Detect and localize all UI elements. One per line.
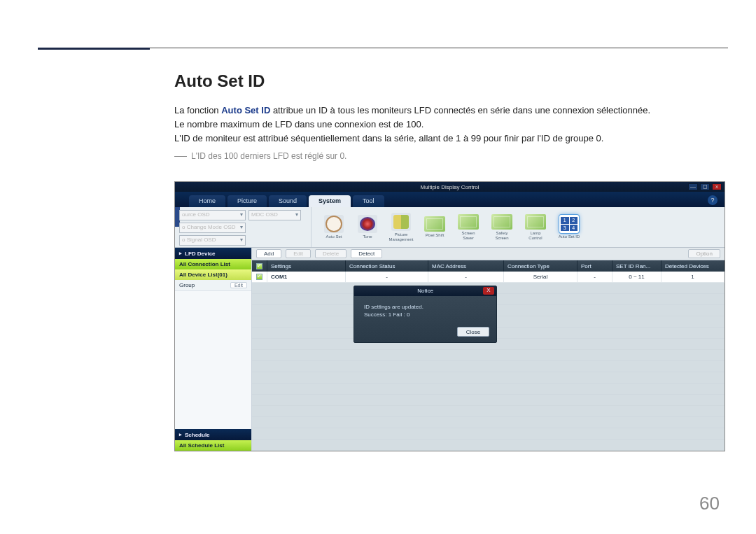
- col-conn-type[interactable]: Connection Type: [504, 260, 578, 272]
- app-tabs: Home Picture Sound System Tool ?: [175, 192, 724, 207]
- table-row[interactable]: COM1 - - Serial - 0 ~ 11 1: [252, 272, 724, 283]
- tab-sound[interactable]: Sound: [269, 195, 307, 207]
- sidebar-header-lfd[interactable]: LFD Device: [175, 248, 251, 259]
- maximize-button[interactable]: ◻: [700, 183, 710, 190]
- dialog-line1: ID settings are updated.: [364, 303, 486, 311]
- ribbon-safety-screen[interactable]: Safety Screen: [489, 214, 514, 240]
- table-header: Settings Connection Status MAC Address C…: [252, 260, 724, 272]
- option-button[interactable]: Option: [688, 249, 720, 258]
- source-osd-dropdown[interactable]: ource OSD: [179, 210, 246, 220]
- minimize-button[interactable]: —: [688, 183, 698, 190]
- ribbon-picture-mgmt[interactable]: Picture Management: [388, 213, 414, 241]
- bars-icon: [393, 215, 409, 229]
- note-text: L'ID des 100 derniers LFD est réglé sur …: [191, 151, 346, 161]
- ribbon-tools: Auto Set Tone Picture Management Pixel S…: [312, 207, 724, 247]
- ribbon-pixel-shift[interactable]: Pixel Shift: [422, 216, 447, 238]
- detect-button[interactable]: Detect: [351, 249, 382, 258]
- paragraph-2: Le nombre maximum de LFD dans une connex…: [174, 118, 727, 132]
- thumb-icon: [424, 216, 445, 232]
- dialog-close-icon[interactable]: X: [483, 287, 494, 295]
- sidebar-edit-button[interactable]: Edit: [230, 282, 247, 288]
- col-range[interactable]: SET ID Ran...: [612, 260, 662, 272]
- delete-button[interactable]: Delete: [315, 249, 346, 258]
- toolbar: Add Edit Delete Detect Option: [252, 248, 724, 260]
- col-conn-status[interactable]: Connection Status: [346, 260, 428, 272]
- sidebar-all-connection[interactable]: All Connection List: [175, 259, 251, 269]
- col-port[interactable]: Port: [578, 260, 612, 272]
- ribbon-auto-set[interactable]: Auto Set: [321, 215, 346, 239]
- sidebar-all-device[interactable]: All Device List(01): [175, 269, 251, 280]
- no-signal-osd-dropdown[interactable]: o Signal OSD: [179, 235, 246, 246]
- para1-suffix: attribue un ID à tous les moniteurs LFD …: [270, 105, 650, 115]
- main-area: Add Edit Delete Detect Option Settings C…: [252, 248, 724, 451]
- no-change-osd-dropdown[interactable]: o Change Mode OSD: [179, 223, 246, 233]
- cell-detected: 1: [662, 272, 724, 282]
- check-icon: [256, 263, 262, 269]
- col-settings[interactable]: Settings: [267, 260, 346, 272]
- sidebar-all-schedule[interactable]: All Schedule List: [175, 440, 251, 451]
- section-heading: Auto Set ID: [174, 71, 727, 91]
- tab-home[interactable]: Home: [189, 195, 225, 207]
- ribbon-lamp-control[interactable]: Lamp Control: [523, 214, 548, 240]
- tab-picture[interactable]: Picture: [227, 195, 267, 207]
- col-mac[interactable]: MAC Address: [428, 260, 504, 272]
- thumb-icon: [458, 214, 479, 230]
- app-screenshot: Multiple Display Control — ◻ x Home Pict…: [174, 181, 725, 451]
- ribbon-label: Pixel Shift: [426, 233, 444, 238]
- cell-settings: COM1: [267, 272, 346, 282]
- tab-system[interactable]: System: [309, 195, 351, 207]
- ribbon: ource OSD MDC OSD o Change Mode OSD o Si…: [175, 207, 724, 248]
- dialog-body: ID settings are updated. Success: 1 Fail…: [354, 296, 496, 321]
- grid-fill: Notice X ID settings are updated. Succes…: [252, 283, 724, 451]
- edit-button[interactable]: Edit: [286, 249, 311, 258]
- ribbon-screen-saver[interactable]: Screen Saver: [456, 214, 481, 240]
- sidebar-group-label: Group: [179, 282, 195, 288]
- app-body: LFD Device All Connection List All Devic…: [175, 248, 724, 451]
- ribbon-tone[interactable]: Tone: [355, 215, 380, 239]
- ribbon-label: Screen Saver: [456, 231, 481, 240]
- document-content: Auto Set ID La fonction Auto Set ID attr…: [174, 71, 727, 161]
- para1-bold: Auto Set ID: [221, 105, 270, 115]
- col-check[interactable]: [252, 260, 267, 272]
- ribbon-label: Safety Screen: [489, 231, 514, 240]
- page-number: 60: [699, 493, 720, 514]
- para1-prefix: La fonction: [174, 105, 221, 115]
- page-rule-accent: [38, 48, 150, 50]
- dialog-titlebar: Notice X: [354, 286, 496, 296]
- ribbon-label: Lamp Control: [523, 231, 548, 240]
- tab-tool[interactable]: Tool: [353, 195, 384, 207]
- paragraph-1: La fonction Auto Set ID attribue un ID à…: [174, 104, 727, 118]
- ribbon-auto-set-id[interactable]: 1234Auto Set ID: [556, 215, 582, 239]
- cell-conn-status: -: [346, 272, 428, 282]
- tiles-icon: 1234: [561, 217, 578, 231]
- add-button[interactable]: Add: [256, 249, 281, 258]
- help-icon[interactable]: ?: [708, 195, 718, 205]
- sidebar-header-schedule[interactable]: Schedule: [175, 429, 251, 440]
- cell-range: 0 ~ 11: [612, 272, 662, 282]
- cell-port: -: [578, 272, 612, 282]
- ribbon-label: Picture Management: [388, 232, 414, 241]
- ribbon-label: Auto Set: [326, 234, 342, 239]
- sidebar-group-row[interactable]: Group Edit: [175, 280, 251, 291]
- ribbon-label: Auto Set ID: [559, 234, 580, 239]
- close-button[interactable]: x: [712, 183, 722, 190]
- ribbon-osd-group: ource OSD MDC OSD o Change Mode OSD o Si…: [175, 207, 312, 247]
- app-titlebar: Multiple Display Control — ◻ x: [175, 182, 724, 192]
- clock-icon: [326, 216, 342, 232]
- app-title: Multiple Display Control: [420, 184, 479, 190]
- window-controls: — ◻ x: [688, 183, 722, 190]
- sidebar: LFD Device All Connection List All Devic…: [175, 248, 252, 451]
- sidebar-fill: [175, 291, 251, 429]
- notice-dialog: Notice X ID settings are updated. Succes…: [354, 286, 497, 343]
- dialog-line2: Success: 1 Fail : 0: [364, 311, 486, 318]
- cell-conn-type: Serial: [504, 272, 578, 282]
- col-detected[interactable]: Detected Devices: [662, 260, 724, 272]
- row-check-icon[interactable]: [256, 274, 262, 280]
- tone-icon: [360, 217, 375, 231]
- note-row: L'ID des 100 derniers LFD est réglé sur …: [174, 151, 727, 161]
- note-dash-icon: [174, 156, 187, 157]
- thumb-icon: [525, 214, 546, 230]
- paragraph-3: L'ID de moniteur est attribué séquentiel…: [174, 132, 727, 146]
- dialog-close-button[interactable]: Close: [457, 327, 489, 337]
- mdc-osd-dropdown[interactable]: MDC OSD: [248, 210, 301, 220]
